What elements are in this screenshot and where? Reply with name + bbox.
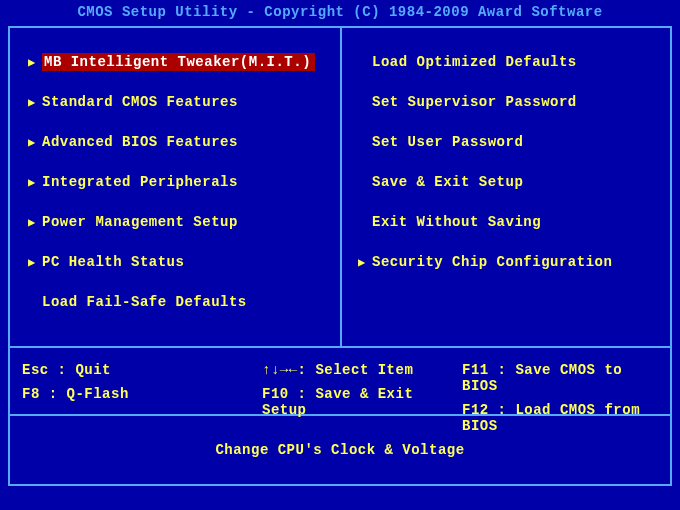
menu-item-label: Standard CMOS Features — [42, 94, 238, 110]
submenu-triangle-icon: ▶ — [28, 55, 42, 70]
left-menu-item-1[interactable]: ▶Standard CMOS Features — [28, 92, 326, 112]
app-title: CMOS Setup Utility - Copyright (C) 1984-… — [77, 4, 602, 20]
menu-item-label: Set User Password — [372, 134, 523, 150]
help-f8-qflash: F8 : Q-Flash — [22, 386, 262, 402]
menu-item-label: MB Intelligent Tweaker(M.I.T.) — [44, 54, 311, 70]
submenu-triangle-icon: ▶ — [358, 255, 372, 270]
title-bar: CMOS Setup Utility - Copyright (C) 1984-… — [0, 0, 680, 26]
menu-item-label: Integrated Peripherals — [42, 174, 238, 190]
right-menu-item-3[interactable]: ▶Save & Exit Setup — [358, 172, 656, 192]
right-menu-item-2[interactable]: ▶Set User Password — [358, 132, 656, 152]
left-menu-item-0[interactable]: ▶MB Intelligent Tweaker(M.I.T.) — [24, 52, 326, 72]
main-menu-box: ▶MB Intelligent Tweaker(M.I.T.)▶Standard… — [8, 26, 672, 348]
submenu-triangle-icon: ▶ — [28, 175, 42, 190]
menu-item-label: Advanced BIOS Features — [42, 134, 238, 150]
menu-item-label: Exit Without Saving — [372, 214, 541, 230]
help-f11-save-cmos: F11 : Save CMOS to BIOS — [462, 362, 658, 394]
left-menu-item-4[interactable]: ▶Power Management Setup — [28, 212, 326, 232]
left-menu-column: ▶MB Intelligent Tweaker(M.I.T.)▶Standard… — [10, 28, 340, 346]
menu-item-label: Save & Exit Setup — [372, 174, 523, 190]
left-menu-item-5[interactable]: ▶PC Health Status — [28, 252, 326, 272]
help-bar: Esc : Quit F8 : Q-Flash ↑↓→←: Select Ite… — [8, 348, 672, 416]
submenu-triangle-icon: ▶ — [28, 135, 42, 150]
help-arrows-select: ↑↓→←: Select Item — [262, 362, 462, 378]
right-menu-item-0[interactable]: ▶Load Optimized Defaults — [358, 52, 656, 72]
left-menu-item-3[interactable]: ▶Integrated Peripherals — [28, 172, 326, 192]
column-divider — [340, 28, 342, 346]
menu-item-label: Load Fail-Safe Defaults — [42, 294, 247, 310]
menu-item-label: Power Management Setup — [42, 214, 238, 230]
submenu-triangle-icon: ▶ — [28, 215, 42, 230]
right-menu-item-5[interactable]: ▶Security Chip Configuration — [358, 252, 656, 272]
help-f12-load-cmos: F12 : Load CMOS from BIOS — [462, 402, 658, 434]
help-f10-save-exit: F10 : Save & Exit Setup — [262, 386, 462, 418]
right-menu-item-1[interactable]: ▶Set Supervisor Password — [358, 92, 656, 112]
left-menu-item-2[interactable]: ▶Advanced BIOS Features — [28, 132, 326, 152]
menu-item-label: PC Health Status — [42, 254, 184, 270]
right-menu-column: ▶Load Optimized Defaults▶Set Supervisor … — [340, 28, 670, 346]
menu-item-label: Load Optimized Defaults — [372, 54, 577, 70]
right-menu-item-4[interactable]: ▶Exit Without Saving — [358, 212, 656, 232]
left-menu-item-6[interactable]: ▶Load Fail-Safe Defaults — [28, 292, 326, 312]
menu-item-label: Security Chip Configuration — [372, 254, 612, 270]
submenu-triangle-icon: ▶ — [28, 95, 42, 110]
selected-item-hint: Change CPU's Clock & Voltage — [215, 442, 464, 458]
help-esc-quit: Esc : Quit — [22, 362, 262, 378]
submenu-triangle-icon: ▶ — [28, 255, 42, 270]
menu-item-label: Set Supervisor Password — [372, 94, 577, 110]
